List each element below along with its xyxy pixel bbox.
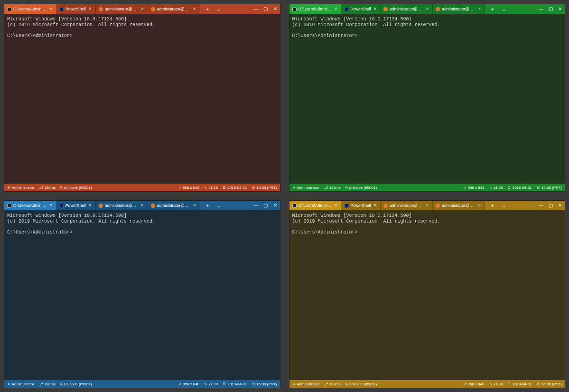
cmd-icon — [7, 7, 11, 11]
tab-ssh-2[interactable]: administrator@DES...× — [433, 4, 485, 14]
tab-close-icon[interactable]: × — [425, 203, 430, 208]
tab-cmd[interactable]: C:\Users\Administr...× — [289, 201, 342, 210]
tab-ssh-2[interactable]: administrator@DES...× — [433, 201, 485, 210]
terminal-line: Microsoft Windows [Version 10.0.17134.59… — [7, 17, 127, 22]
tab-close-icon[interactable]: × — [48, 203, 53, 208]
encoding-icon: ⎘ — [345, 186, 348, 190]
close-button[interactable]: ✕ — [271, 4, 280, 14]
ssh-icon — [151, 7, 155, 11]
close-button[interactable]: ✕ — [555, 4, 565, 14]
ssh-icon — [383, 204, 388, 208]
minimize-button[interactable]: — — [536, 4, 546, 14]
maximize-button[interactable]: ▢ — [546, 201, 555, 210]
tab-menu-button[interactable]: ⌄ — [500, 7, 508, 12]
terminal-body[interactable]: Microsoft Windows [Version 10.0.17134.59… — [4, 210, 280, 380]
tab-powershell[interactable]: PowerShell× — [342, 201, 381, 210]
status-time: ⏲ 16:00 (PST) — [252, 186, 277, 190]
minimize-button[interactable]: — — [536, 201, 546, 210]
tab-label: PowerShell — [351, 7, 371, 11]
tab-cmd[interactable]: C:\Users\Administr...× — [4, 201, 56, 210]
new-tab-button[interactable]: + — [489, 203, 495, 208]
status-date: 🗓 2019-04-01 — [223, 382, 247, 386]
tab-ssh-1[interactable]: administrator@DES...× — [96, 4, 148, 14]
calendar-icon: 🗓 — [507, 186, 511, 190]
tab-menu-button[interactable]: ⌄ — [215, 7, 223, 12]
tab-close-icon[interactable]: × — [334, 7, 338, 11]
branch-icon: ⎇ — [39, 186, 43, 190]
status-time: ⏲ 16:00 (PST) — [252, 382, 277, 386]
status-encoding: ⎘ Unicode (65001) — [60, 382, 92, 386]
close-button[interactable]: ✕ — [555, 201, 565, 210]
titlebar: C:\Users\Administr...× PowerShell× admin… — [4, 201, 280, 210]
clock-icon: ⏲ — [537, 382, 541, 386]
encoding-icon: ⎘ — [60, 382, 63, 386]
status-bar: ⛯ Administrator ⎇ 128ms ⎘ Unicode (65001… — [4, 380, 280, 388]
maximize-button[interactable]: ▢ — [261, 201, 271, 210]
status-bar: ⛯ Administrator ⎇ 128ms ⎘ Unicode (65001… — [289, 184, 565, 191]
tab-close-icon[interactable]: × — [373, 7, 378, 11]
tab-label: administrator@DES... — [157, 203, 190, 208]
tab-cmd[interactable]: C:\Users\Administr...× — [289, 4, 342, 14]
tab-ssh-2[interactable]: administrator@DES...× — [148, 201, 200, 210]
tab-close-icon[interactable]: × — [48, 7, 53, 11]
status-bar: ⛯ Administrator ⎇ 128ms ⎘ Unicode (65001… — [289, 380, 565, 388]
tab-close-icon[interactable]: × — [140, 203, 145, 208]
tab-ssh-2[interactable]: administrator@DES...× — [148, 4, 200, 14]
tab-menu-button[interactable]: ⌄ — [215, 203, 223, 208]
tab-powershell[interactable]: PowerShell× — [56, 4, 96, 14]
powershell-icon — [59, 204, 64, 208]
calendar-icon: 🗓 — [507, 382, 511, 386]
terminal-line: (c) 2019 Microsoft Corporation. All righ… — [292, 219, 440, 224]
tab-powershell[interactable]: PowerShell× — [56, 201, 96, 210]
terminal-prompt: C:\Users\Administrator> — [7, 33, 73, 38]
tab-close-icon[interactable]: × — [88, 7, 93, 11]
terminal-line: Microsoft Windows [Version 10.0.17134.59… — [292, 213, 412, 218]
terminal-prompt: C:\Users\Administrator> — [7, 230, 73, 235]
new-tab-button[interactable]: + — [204, 7, 211, 12]
tab-ssh-1[interactable]: administrator@DES...× — [381, 201, 433, 210]
status-zoom: ⤡ x1.38 — [204, 186, 218, 190]
tab-cmd[interactable]: C:\Users\Administr...× — [4, 4, 56, 14]
new-tab-button[interactable]: + — [489, 7, 495, 12]
tab-close-icon[interactable]: × — [477, 7, 482, 11]
status-zoom: ⤡ x1.38 — [489, 382, 503, 386]
titlebar: C:\Users\Administr...× PowerShell× admin… — [289, 201, 565, 210]
terminal-body[interactable]: Microsoft Windows [Version 10.0.17134.59… — [289, 210, 565, 380]
tab-strip: C:\Users\Administr...× PowerShell× admin… — [4, 201, 200, 210]
status-size: ⤢ 956 x 648 — [178, 382, 199, 386]
titlebar-spacer: + ⌄ — [200, 201, 252, 210]
new-tab-button[interactable]: + — [204, 203, 211, 208]
maximize-button[interactable]: ▢ — [261, 4, 271, 14]
close-button[interactable]: ✕ — [271, 201, 280, 210]
tab-close-icon[interactable]: × — [425, 7, 430, 11]
branch-icon: ⎇ — [324, 186, 328, 190]
titlebar: C:\Users\Administr...× PowerShell× admin… — [289, 4, 565, 14]
tab-close-icon[interactable]: × — [88, 203, 93, 208]
tab-close-icon[interactable]: × — [192, 203, 197, 208]
tab-close-icon[interactable]: × — [373, 203, 378, 208]
tab-close-icon[interactable]: × — [140, 7, 145, 11]
tab-close-icon[interactable]: × — [192, 7, 197, 11]
tab-menu-button[interactable]: ⌄ — [500, 203, 508, 208]
terminal-body[interactable]: Microsoft Windows [Version 10.0.17134.59… — [289, 14, 565, 184]
clock-icon: ⏲ — [537, 186, 541, 190]
tab-ssh-1[interactable]: administrator@DES...× — [381, 4, 433, 14]
tab-close-icon[interactable]: × — [477, 203, 482, 208]
status-size: ⤢ 956 x 648 — [463, 186, 484, 190]
tab-ssh-1[interactable]: administrator@DES...× — [96, 201, 148, 210]
terminal-body[interactable]: Microsoft Windows [Version 10.0.17134.59… — [4, 14, 280, 184]
status-size: ⤢ 956 x 648 — [178, 186, 199, 190]
minimize-button[interactable]: — — [252, 4, 261, 14]
status-encoding: ⎘ Unicode (65001) — [345, 186, 377, 190]
maximize-button[interactable]: ▢ — [546, 4, 555, 14]
terminal-line: (c) 2019 Microsoft Corporation. All righ… — [7, 22, 155, 28]
tab-label: C:\Users\Administr... — [13, 7, 47, 11]
tab-close-icon[interactable]: × — [334, 203, 338, 208]
status-user: ⛯ Administrator — [7, 186, 34, 190]
cmd-icon — [292, 204, 297, 208]
tab-powershell[interactable]: PowerShell× — [342, 4, 381, 14]
terminal-prompt: C:\Users\Administrator> — [292, 230, 358, 235]
tab-strip: C:\Users\Administr...× PowerShell× admin… — [289, 4, 485, 14]
minimize-button[interactable]: — — [252, 201, 261, 210]
status-time: ⏲ 16:00 (PST) — [537, 382, 562, 386]
